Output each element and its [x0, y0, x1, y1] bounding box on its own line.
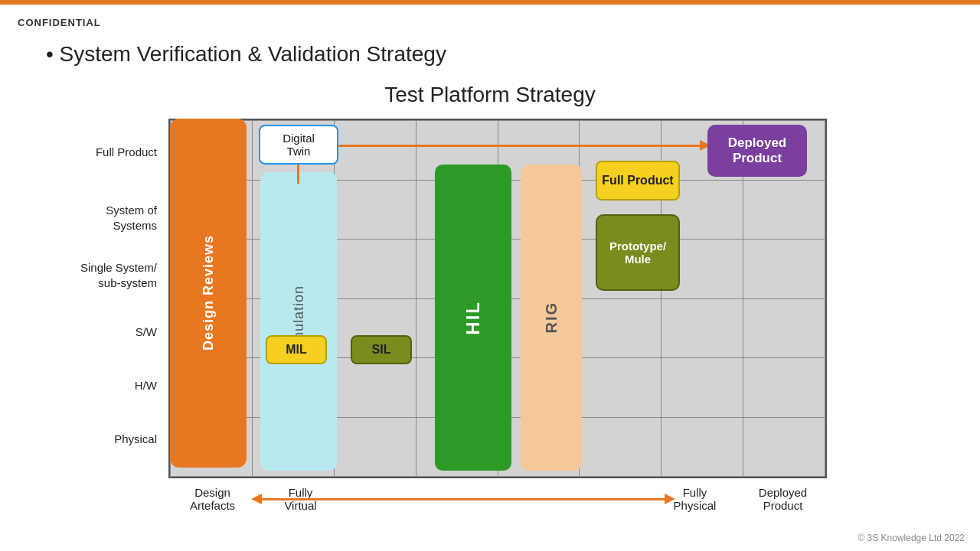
row-label-system-of-systems: System ofSystems — [106, 203, 157, 233]
bottom-label-design-artefacts: DesignArtefacts — [168, 486, 256, 512]
box-prototype-mule: Prototype/Mule — [596, 214, 680, 291]
confidential-label: CONFIDENTIAL — [18, 17, 101, 28]
col-design-reviews: Design Reviews — [170, 119, 247, 468]
row-labels: Full Product System ofSystems Single Sys… — [0, 119, 165, 478]
top-bar — [0, 0, 980, 5]
box-sil: SIL — [351, 335, 412, 364]
col-simulation: Simulation — [260, 172, 337, 471]
bottom-double-arrow — [260, 498, 666, 500]
row-label-sw: S/W — [136, 325, 157, 339]
box-digital-twin: DigitalTwin — [259, 125, 338, 165]
col-hil: HIL — [435, 165, 511, 471]
arrow-up — [297, 165, 299, 184]
row-label-single-system: Single System/sub-system — [80, 260, 157, 290]
copyright: © 3S Knowledge Ltd 2022 — [858, 533, 965, 543]
box-full-product: Full Product — [596, 161, 680, 201]
bullet-title: System Verification & Validation Strateg… — [46, 42, 446, 67]
chart-title: Test Platform Strategy — [0, 83, 980, 107]
box-deployed-product: DeployedProduct — [707, 125, 807, 177]
arrow-top — [338, 145, 709, 147]
row-label-full-product: Full Product — [96, 145, 157, 159]
col-rig: RIG — [521, 165, 582, 471]
bottom-label-deployed-product: DeployedProduct — [739, 486, 827, 512]
box-mil: MIL — [266, 335, 327, 364]
row-label-hw: H/W — [135, 379, 157, 393]
row-label-physical: Physical — [114, 432, 157, 446]
